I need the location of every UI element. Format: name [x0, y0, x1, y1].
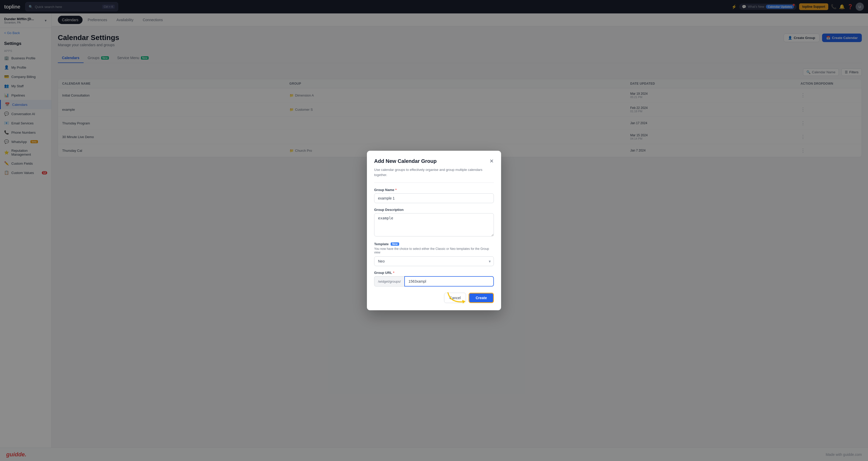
modal-overlay: Add New Calendar Group ✕ Use calendar gr…	[0, 0, 868, 461]
group-url-input[interactable]	[404, 276, 494, 286]
modal-description: Use calendar groups to effectively organ…	[374, 167, 494, 177]
group-url-field: Group URL * /widget/groups/	[374, 271, 494, 286]
group-name-label: Group Name *	[374, 188, 494, 192]
group-description-field: Group Description example	[374, 208, 494, 238]
arrow-annotation	[445, 290, 469, 306]
group-description-label: Group Description	[374, 208, 494, 212]
group-url-label: Group URL *	[374, 271, 494, 275]
required-indicator: *	[395, 188, 397, 192]
group-url-row: /widget/groups/	[374, 276, 494, 286]
template-label-row: Template New	[374, 242, 494, 246]
required-indicator: *	[393, 271, 394, 275]
close-button[interactable]: ✕	[490, 158, 494, 164]
modal-header: Add New Calendar Group ✕	[374, 158, 494, 164]
group-description-input[interactable]: example	[374, 213, 494, 237]
template-new-badge: New	[391, 242, 399, 246]
modal-title: Add New Calendar Group	[374, 158, 437, 164]
group-name-input[interactable]	[374, 193, 494, 203]
url-prefix: /widget/groups/	[374, 276, 404, 286]
template-label: Template	[374, 242, 389, 246]
svg-marker-0	[462, 300, 465, 304]
template-field: Template New You now have the choice to …	[374, 242, 494, 266]
create-button-wrapper: Create	[469, 293, 494, 303]
group-name-field: Group Name *	[374, 188, 494, 203]
add-calendar-group-modal: Add New Calendar Group ✕ Use calendar gr…	[367, 151, 501, 310]
template-description: You now have the choice to select either…	[374, 247, 494, 254]
template-select[interactable]: Neo Classic	[374, 256, 494, 266]
modal-footer: Cancel Create	[374, 293, 494, 303]
template-select-wrapper: Neo Classic ▾	[374, 256, 494, 266]
create-button[interactable]: Create	[469, 293, 494, 303]
